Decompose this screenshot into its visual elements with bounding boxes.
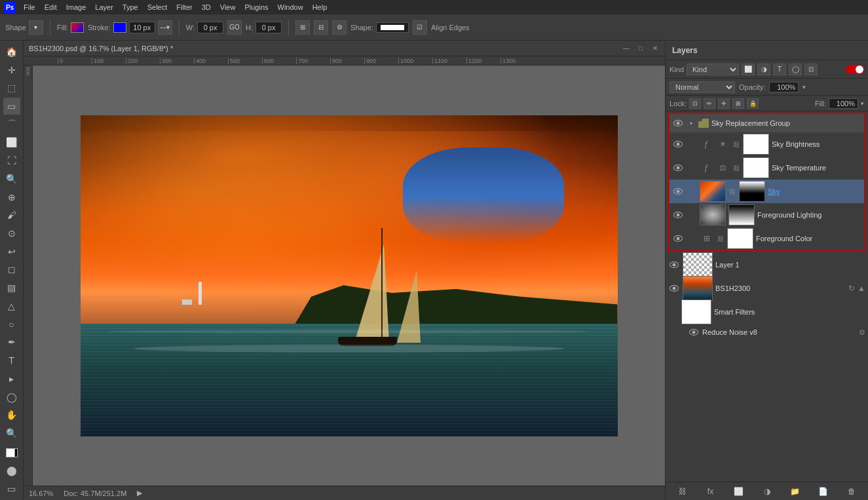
menu-layer[interactable]: Layer xyxy=(91,2,117,12)
distribute-btn[interactable]: ⊟ xyxy=(314,20,328,35)
menu-select[interactable]: Select xyxy=(143,2,172,12)
fx-btn[interactable]: fx xyxy=(704,484,718,499)
crop-tool[interactable]: ⛶ xyxy=(3,152,20,169)
arrange-btn[interactable]: ⚙ xyxy=(332,20,347,35)
layer-foreground-color[interactable]: ⊞ ⛓ Foreground Color xyxy=(670,227,864,250)
maximize-btn[interactable]: □ xyxy=(636,44,645,53)
w-value[interactable]: 0 px xyxy=(197,22,223,33)
stroke-width-value[interactable]: 10 px xyxy=(129,22,155,33)
filter-shape-icon[interactable]: ◯ xyxy=(789,64,802,75)
fg-lighting-eye[interactable] xyxy=(672,209,684,221)
sky-temp-eye[interactable] xyxy=(672,162,684,174)
fg-bg-colors[interactable] xyxy=(3,444,20,461)
lock-paint-icon[interactable]: ✏ xyxy=(704,98,715,109)
filter-smartobj-icon[interactable]: ⊡ xyxy=(804,64,818,75)
move-tool[interactable]: ✛ xyxy=(3,62,20,79)
screen-mode-tool[interactable]: ▭ xyxy=(3,480,20,497)
filter-adjustment-icon[interactable]: ◑ xyxy=(757,64,770,75)
group-header-sky-replacement[interactable]: ▾ Sky Replacement Group xyxy=(670,114,864,132)
add-group-btn[interactable]: 📁 xyxy=(788,484,802,499)
hand-tool[interactable]: ✋ xyxy=(3,406,20,423)
menu-edit[interactable]: Edit xyxy=(41,2,61,12)
filter-pixel-icon[interactable]: ⬜ xyxy=(742,64,755,75)
layer-bs1h2300[interactable]: BS1H2300 ↻ ▲ xyxy=(666,277,868,300)
layer1-eye[interactable] xyxy=(668,259,680,271)
menu-window[interactable]: Window xyxy=(274,2,307,12)
layer-foreground-lighting[interactable]: Foreground Lighting xyxy=(670,203,864,227)
menu-image[interactable]: Image xyxy=(62,2,90,12)
canvas-image[interactable] xyxy=(33,66,665,486)
menu-bar: Ps File Edit Image Layer Type Select Fil… xyxy=(0,0,868,14)
go-button[interactable]: GO xyxy=(227,20,242,35)
dodge-tool[interactable]: ○ xyxy=(3,316,20,333)
lasso-tool[interactable]: ⌒ xyxy=(3,116,20,133)
align-btn[interactable]: ⊞ xyxy=(295,20,310,35)
pen-tool[interactable]: ✒ xyxy=(3,334,20,351)
eraser-tool[interactable]: ◻ xyxy=(3,261,20,279)
fill-swatch[interactable] xyxy=(71,22,84,33)
layer-reduce-noise[interactable]: Reduce Noise v8 ⚙ xyxy=(666,324,868,341)
lock-all-icon[interactable]: 🔒 xyxy=(747,98,759,109)
settings-icon[interactable]: ⚙ xyxy=(859,328,865,336)
fill-value[interactable]: 100% xyxy=(829,98,858,109)
align-edges-checkbox[interactable]: ☑ xyxy=(413,20,427,35)
clone-tool[interactable]: ⊙ xyxy=(3,225,20,242)
shape-tool[interactable]: ◯ xyxy=(3,389,20,406)
close-btn[interactable]: ✕ xyxy=(651,44,660,53)
layer-sky[interactable]: ⛓ Sky xyxy=(670,180,864,203)
layer-sky-brightness[interactable]: ƒ ☀ ⛓ Sky Brightness xyxy=(670,132,864,156)
path-select-tool[interactable]: ▸ xyxy=(3,370,20,387)
blue-sky xyxy=(403,147,564,244)
group-visibility-eye[interactable] xyxy=(672,117,684,129)
eyedropper-tool[interactable]: 🔍 xyxy=(3,170,20,187)
menu-file[interactable]: File xyxy=(20,2,39,12)
menu-help[interactable]: Help xyxy=(309,2,331,12)
sky-eye[interactable] xyxy=(672,185,684,197)
history-brush-tool[interactable]: ↩ xyxy=(3,243,20,260)
new-layer-btn[interactable]: 📄 xyxy=(816,484,831,499)
reduce-noise-eye[interactable] xyxy=(688,326,700,338)
sky-brightness-eye[interactable] xyxy=(672,138,684,150)
menu-plugins[interactable]: Plugins xyxy=(240,2,272,12)
menu-filter[interactable]: Filter xyxy=(172,2,196,12)
home-tool[interactable]: 🏠 xyxy=(3,43,20,60)
group-expand-arrow[interactable]: ▾ xyxy=(687,119,696,128)
bs1h-eye[interactable] xyxy=(668,282,680,294)
add-adjustment-btn[interactable]: ◑ xyxy=(760,484,774,499)
layer-layer1[interactable]: Layer 1 xyxy=(666,253,868,277)
filter-type-icon[interactable]: T xyxy=(773,64,786,75)
artboard-tool[interactable]: ⬚ xyxy=(3,79,20,96)
object-select-tool[interactable]: ⬜ xyxy=(3,134,20,151)
fg-lighting-thumbnail xyxy=(700,204,726,225)
type-tool[interactable]: T xyxy=(3,352,20,369)
lock-position-icon[interactable]: ✛ xyxy=(718,98,730,109)
filter-toggle[interactable] xyxy=(846,65,864,74)
layer-sky-temperature[interactable]: ƒ ⚖ ⛓ Sky Temperature xyxy=(670,156,864,180)
menu-type[interactable]: Type xyxy=(119,2,142,12)
brush-tool[interactable]: 🖌 xyxy=(3,206,20,223)
shape-preview[interactable] xyxy=(376,22,409,33)
link-layers-btn[interactable]: ⛓ xyxy=(675,484,690,499)
fg-color-eye[interactable] xyxy=(672,233,684,244)
healing-tool[interactable]: ⊕ xyxy=(3,189,20,206)
lock-transparency-icon[interactable]: ⊡ xyxy=(689,98,701,109)
opacity-value[interactable]: 100% xyxy=(769,82,799,92)
shape-dropdown[interactable]: ▾ xyxy=(29,20,43,35)
zoom-tool[interactable]: 🔍 xyxy=(3,425,20,442)
filter-type-select[interactable]: Kind xyxy=(687,64,739,75)
menu-view[interactable]: View xyxy=(216,2,240,12)
stroke-swatch[interactable] xyxy=(113,22,126,33)
menu-3d[interactable]: 3D xyxy=(198,2,215,12)
gradient-tool[interactable]: ▤ xyxy=(3,279,20,296)
h-value[interactable]: 0 px xyxy=(255,22,282,33)
lock-artboard-icon[interactable]: ⊞ xyxy=(732,98,744,109)
quick-mask-tool[interactable]: ⬤ xyxy=(3,463,20,480)
delete-layer-btn[interactable]: 🗑 xyxy=(844,484,859,499)
blend-mode-select[interactable]: Normal xyxy=(670,81,735,93)
selection-tool[interactable]: ▭ xyxy=(3,98,20,115)
add-mask-btn[interactable]: ⬜ xyxy=(732,484,746,499)
stroke-style-dropdown[interactable]: —▾ xyxy=(158,20,172,35)
layer-smart-filters[interactable]: Smart Filters xyxy=(666,300,868,324)
blur-tool[interactable]: △ xyxy=(3,298,20,315)
minimize-btn[interactable]: — xyxy=(622,44,631,53)
